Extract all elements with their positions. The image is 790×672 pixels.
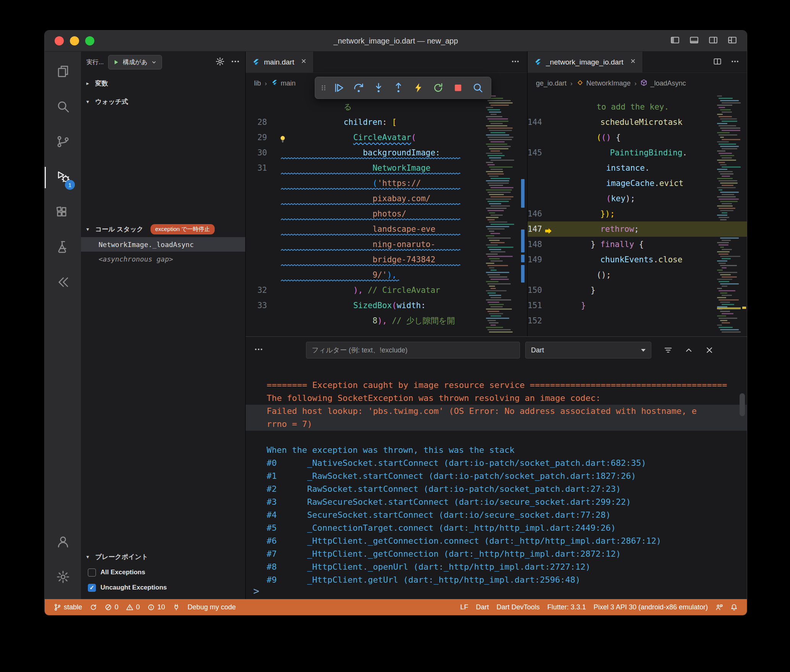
hot-reload-button[interactable] bbox=[410, 79, 427, 96]
panel-more-actions-icon[interactable] bbox=[254, 345, 263, 355]
tab-network-image-io-dart[interactable]: _network_image_io.dart bbox=[528, 52, 643, 73]
split-editor-icon[interactable] bbox=[713, 57, 722, 67]
statusbar-0[interactable]: 0 bbox=[101, 599, 122, 615]
editor-more-actions-icon[interactable] bbox=[731, 57, 739, 67]
code-editor-network-image-io[interactable]: to add the key.144 scheduleMicrotask (()… bbox=[528, 94, 747, 336]
stop-button[interactable] bbox=[450, 79, 466, 96]
step-out-button[interactable] bbox=[390, 79, 407, 96]
statusbar-dart[interactable]: Dart bbox=[472, 599, 493, 615]
statusbar-bell[interactable] bbox=[727, 599, 741, 615]
continue-button[interactable] bbox=[330, 79, 347, 96]
symbol-class-icon bbox=[576, 79, 584, 88]
line-number bbox=[528, 267, 545, 283]
statusbar-10[interactable]: 10 bbox=[144, 599, 169, 615]
section-breakpoints[interactable]: ▾ ブレークポイント bbox=[81, 549, 245, 565]
close-tab-icon[interactable] bbox=[300, 58, 307, 66]
layout-panel-icon[interactable] bbox=[690, 36, 699, 46]
debug-settings-gear-icon[interactable] bbox=[215, 57, 225, 68]
call-stack-frame[interactable]: <asynchronous gap> bbox=[81, 252, 245, 266]
breadcrumb-item[interactable]: main bbox=[271, 79, 296, 88]
editor-more-actions-icon[interactable] bbox=[511, 57, 520, 67]
zoom-window-button[interactable] bbox=[85, 36, 94, 45]
statusbar-dart-devtools[interactable]: Dart DevTools bbox=[493, 599, 544, 615]
console-target-dropdown[interactable]: Dart bbox=[525, 342, 651, 359]
console-line: #7 _HttpClient._getConnection (dart:_htt… bbox=[246, 548, 747, 561]
layout-sidebar-left-icon[interactable] bbox=[670, 36, 680, 46]
statusbar-sync[interactable] bbox=[86, 599, 101, 615]
activity-accounts[interactable] bbox=[45, 525, 81, 560]
code-line: (key); bbox=[528, 191, 747, 206]
statusbar-label: 0 bbox=[115, 603, 118, 611]
breadcrumb-item[interactable]: _loadAsync bbox=[640, 79, 686, 88]
breadcrumb-separator: › bbox=[635, 80, 637, 87]
call-stack-frame[interactable]: NetworkImage._loadAsync bbox=[81, 237, 245, 252]
editor-group-right: _network_image_io.dart ge_io.dart›Networ… bbox=[528, 52, 747, 336]
console-line: When the exception was thrown, this was … bbox=[246, 444, 747, 457]
close-window-button[interactable] bbox=[55, 36, 64, 45]
activity-source-control[interactable] bbox=[45, 125, 81, 160]
line-number: 152 bbox=[528, 313, 549, 328]
console-line: Failed host lookup: 'pbs.twimg.com' (OS … bbox=[246, 405, 747, 418]
debug-more-actions-icon[interactable] bbox=[231, 57, 240, 68]
breakpoint-checkbox[interactable]: ✓ bbox=[88, 584, 96, 592]
layout-sidebar-right-icon[interactable] bbox=[709, 36, 718, 46]
code-line: 151 } bbox=[528, 298, 747, 313]
activity-flutter-outline[interactable] bbox=[45, 265, 81, 300]
tab-main-dart[interactable]: main.dart bbox=[246, 52, 314, 73]
activity-testing[interactable] bbox=[45, 230, 81, 265]
breadcrumb-item[interactable]: NetworkImage bbox=[576, 79, 631, 88]
code-line: 146 }); bbox=[528, 206, 747, 221]
console-input-prompt[interactable]: > bbox=[253, 585, 259, 598]
breadcrumb-separator: › bbox=[570, 80, 573, 87]
activity-explorer[interactable] bbox=[45, 55, 81, 90]
code-line: landscape-eve bbox=[246, 221, 527, 237]
console-filter-input[interactable] bbox=[306, 342, 520, 359]
activity-run-and-debug[interactable]: 1 bbox=[45, 160, 81, 195]
symbol-method-icon bbox=[640, 79, 648, 88]
titlebar: _network_image_io.dart — new_app bbox=[45, 31, 747, 52]
statusbar-debug-plug[interactable] bbox=[169, 599, 184, 615]
code-line: pixabay.com/ bbox=[246, 191, 527, 206]
statusbar-feedback[interactable] bbox=[712, 599, 727, 615]
code-line: 8), // 少し隙間を開 bbox=[246, 313, 527, 328]
launch-config-dropdown[interactable]: 構成があ bbox=[108, 55, 162, 69]
restart-button[interactable] bbox=[430, 79, 447, 96]
activity-extensions[interactable] bbox=[45, 195, 81, 230]
code-line: instance. bbox=[528, 160, 747, 176]
testing-icon bbox=[56, 240, 70, 256]
breadcrumb-item[interactable]: lib bbox=[254, 79, 261, 87]
tab-bar-left: main.dart bbox=[246, 52, 527, 73]
statusbar-lf[interactable]: LF bbox=[457, 599, 472, 615]
widget-inspector-button[interactable] bbox=[469, 79, 486, 96]
line-number: 151 bbox=[528, 298, 549, 313]
panel-scrollbar[interactable] bbox=[740, 393, 745, 416]
statusbar-debug-my-code[interactable]: Debug my code bbox=[184, 599, 240, 615]
close-tab-icon[interactable] bbox=[630, 58, 636, 66]
activity-search[interactable] bbox=[45, 90, 81, 125]
breadcrumb-item[interactable]: ge_io.dart bbox=[536, 79, 567, 87]
step-over-button[interactable] bbox=[350, 79, 367, 96]
activity-settings[interactable] bbox=[45, 560, 81, 595]
step-into-button[interactable] bbox=[370, 79, 387, 96]
lightbulb-icon[interactable] bbox=[278, 133, 287, 141]
filter-icon[interactable] bbox=[664, 346, 673, 355]
toolbar-drag-handle[interactable] bbox=[320, 82, 327, 93]
breakpoints-label: ブレークポイント bbox=[95, 552, 148, 561]
line-number bbox=[528, 176, 545, 191]
line-number bbox=[528, 160, 545, 176]
statusbar-stable[interactable]: stable bbox=[50, 599, 86, 615]
close-panel-icon[interactable] bbox=[705, 346, 714, 355]
statusbar-0[interactable]: 0 bbox=[122, 599, 144, 615]
section-call-stack[interactable]: ▾ コール スタック exception で一時停止 bbox=[81, 221, 245, 237]
code-editor-main-dart[interactable]: る28 children: [29 CircleAvatar(30 backgr… bbox=[246, 94, 527, 336]
layout-customize-icon[interactable] bbox=[728, 36, 737, 46]
chevron-up-icon[interactable] bbox=[684, 346, 693, 355]
section-watch[interactable]: ▾ ウォッチ式 bbox=[81, 94, 245, 110]
minimize-window-button[interactable] bbox=[70, 36, 79, 45]
statusbar-pixel-3-api-30-android-x86-emulator-[interactable]: Pixel 3 API 30 (android-x86 emulator) bbox=[590, 599, 712, 615]
tab-bar-right: _network_image_io.dart bbox=[528, 52, 747, 73]
breakpoint-checkbox[interactable] bbox=[88, 569, 96, 577]
section-variables[interactable]: ▸ 変数 bbox=[81, 75, 245, 91]
breadcrumb-separator: › bbox=[265, 80, 267, 87]
statusbar-flutter-3-3-1[interactable]: Flutter: 3.3.1 bbox=[544, 599, 590, 615]
